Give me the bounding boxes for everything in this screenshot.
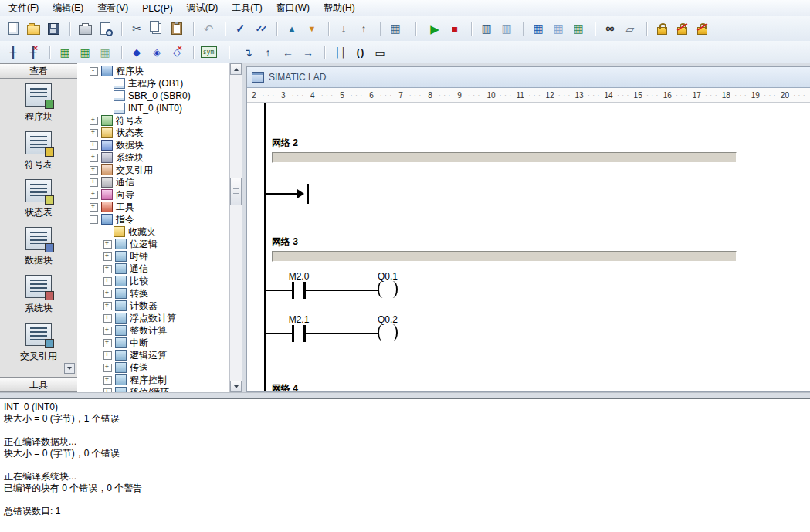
run-button[interactable] <box>425 20 444 38</box>
tree-item-int0[interactable]: INT_0 (INT0) <box>77 102 230 114</box>
network-2-label[interactable]: 网络 2 <box>272 137 298 150</box>
tree-expander[interactable] <box>103 339 112 347</box>
tree-item-logic[interactable]: 逻辑运算 <box>77 349 230 361</box>
menu-help[interactable]: 帮助(H) <box>317 0 362 16</box>
tree-expander[interactable] <box>103 314 112 323</box>
tree-item-float-math[interactable]: 浮点数计算 <box>77 312 230 324</box>
scroll-down-button[interactable] <box>230 381 242 392</box>
chart-monitor-button[interactable] <box>529 20 547 38</box>
tree-expander[interactable] <box>90 129 98 137</box>
contact-M2.1[interactable] <box>292 325 306 342</box>
clear-bookmarks-button[interactable] <box>168 43 186 61</box>
tree-expander[interactable] <box>103 302 112 310</box>
symbol-info-button[interactable] <box>76 43 94 61</box>
view-status-chart[interactable]: 状态表 <box>0 179 77 222</box>
save-button[interactable] <box>44 20 63 38</box>
symbol-table-button[interactable] <box>56 43 74 61</box>
delete-network-button[interactable] <box>24 43 42 61</box>
tree-item-shift-rotate[interactable]: 移位/循环 <box>77 386 230 392</box>
cut-button[interactable] <box>127 20 146 38</box>
tree-item-tools[interactable]: 工具 <box>77 201 230 213</box>
output-window[interactable]: INT_0 (INT0) 块大小 = 0 (字节)，1 个错误 正在编译数据块.… <box>0 398 810 532</box>
compile-button[interactable] <box>231 20 249 38</box>
toggle-bookmark-button[interactable] <box>127 43 146 61</box>
contact-operand[interactable]: M2.0 <box>276 271 322 282</box>
coil-Q0.2[interactable] <box>378 324 398 343</box>
tree-expander[interactable] <box>90 178 98 187</box>
ladder-canvas[interactable]: 网络 2 网络 3 M2.0 Q0.1 <box>247 103 810 391</box>
print-preview-button[interactable] <box>96 20 114 38</box>
paste-button[interactable] <box>168 20 186 38</box>
tree-expander[interactable] <box>103 240 112 249</box>
view-bar-scroll-down-button[interactable] <box>64 363 75 374</box>
network-2-comment[interactable] <box>272 152 737 163</box>
tree-item-convert[interactable]: 转换 <box>77 287 230 300</box>
write-values-button[interactable] <box>621 20 639 38</box>
tree-item-compare[interactable]: 比较 <box>77 275 230 287</box>
tree-item-communication[interactable]: 通信 <box>77 176 230 188</box>
tree-expander[interactable] <box>90 203 98 212</box>
stop-button[interactable] <box>446 20 464 38</box>
insert-network-button[interactable] <box>4 43 22 61</box>
tree-expander[interactable] <box>90 67 98 76</box>
view-system-block[interactable]: 系统块 <box>0 275 77 318</box>
pause-chart-button[interactable] <box>549 20 568 38</box>
tree-item-main-program[interactable]: 主程序 (OB1) <box>77 77 230 90</box>
insert-contact-button[interactable] <box>330 43 349 61</box>
tree-item-integer-math[interactable]: 整数计算 <box>77 324 230 337</box>
tree-expander[interactable] <box>103 265 112 273</box>
contact-operand[interactable]: M2.1 <box>276 314 322 325</box>
tree-item-wizard[interactable]: 向导 <box>77 188 230 201</box>
new-button[interactable] <box>4 20 22 38</box>
undo-button[interactable] <box>199 20 218 38</box>
menu-window[interactable]: 窗口(W) <box>269 0 317 16</box>
menu-file[interactable]: 文件(F) <box>2 0 46 16</box>
tree-item-interrupt[interactable]: 中断 <box>77 337 230 349</box>
tree-item-cross-reference[interactable]: 交叉引用 <box>77 164 230 176</box>
tree-item-data-block[interactable]: 数据块 <box>77 139 230 151</box>
force-button[interactable] <box>652 20 671 38</box>
single-read-button[interactable] <box>569 20 588 38</box>
tree-expander[interactable] <box>90 166 98 175</box>
sort-descending-button[interactable] <box>354 20 373 38</box>
tree-expander[interactable] <box>103 277 112 286</box>
view-program-block[interactable]: 程序块 <box>0 83 77 127</box>
menu-debug[interactable]: 调试(D) <box>180 0 225 16</box>
tree-item-sbr0[interactable]: SBR_0 (SBR0) <box>77 90 230 102</box>
open-button[interactable] <box>24 20 42 38</box>
view-cross-reference[interactable]: 交叉引用 <box>0 323 77 366</box>
tree-item-clock[interactable]: 时钟 <box>77 250 230 263</box>
coil-operand[interactable]: Q0.1 <box>364 271 411 282</box>
tree-expander[interactable] <box>103 229 110 236</box>
print-button[interactable] <box>76 20 94 38</box>
view-symbol-table[interactable]: 符号表 <box>0 131 77 175</box>
tree-scrollbar[interactable] <box>229 63 242 392</box>
tree-item-system-block[interactable]: 系统块 <box>77 151 230 164</box>
tree-item-move[interactable]: 传送 <box>77 361 230 374</box>
menu-plc[interactable]: PLC(P) <box>135 0 179 16</box>
network-3-label[interactable]: 网络 3 <box>272 236 298 249</box>
editor-title-bar[interactable]: SIMATIC LAD <box>247 67 810 88</box>
tree-expander[interactable] <box>103 93 110 100</box>
line-up-button[interactable] <box>259 43 277 61</box>
options-button[interactable] <box>386 20 405 38</box>
tree-expander[interactable] <box>103 80 110 87</box>
contact-M2.0[interactable] <box>292 282 306 299</box>
tree-expander[interactable] <box>90 117 98 125</box>
tree-expander[interactable] <box>103 364 112 372</box>
pause-monitor-button[interactable] <box>497 20 516 38</box>
tree-item-favorites[interactable]: 收藏夹 <box>77 225 230 238</box>
scroll-up-button[interactable] <box>230 63 242 75</box>
tree-expander[interactable] <box>90 191 98 199</box>
tree-expander[interactable] <box>103 327 112 335</box>
copy-button[interactable] <box>147 20 166 38</box>
tree-item-comm[interactable]: 通信 <box>77 263 230 275</box>
compile-all-button[interactable] <box>251 20 269 38</box>
insert-coil-button[interactable] <box>351 43 369 61</box>
network-3-comment[interactable] <box>272 251 737 262</box>
view-bar-header[interactable]: 查看 <box>0 63 77 79</box>
view-status-button[interactable] <box>601 20 619 38</box>
tree-item-bit-logic[interactable]: 位逻辑 <box>77 238 230 250</box>
tree-item-symbol-table[interactable]: 符号表 <box>77 114 230 127</box>
tree-expander[interactable] <box>103 290 112 298</box>
